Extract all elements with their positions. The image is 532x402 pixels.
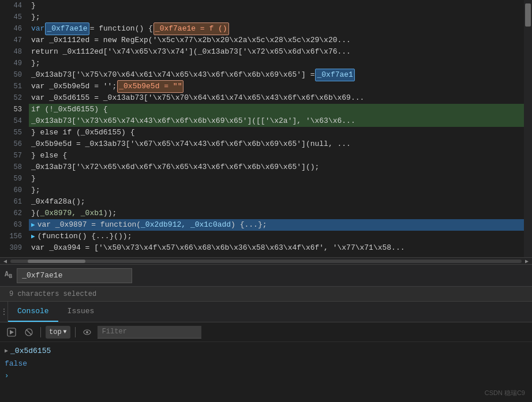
code-line-57: } else { xyxy=(29,150,524,161)
code-line-52: var _0x5d6155 = _0x13ab73['\x75\x70\x64\… xyxy=(29,92,524,104)
line-number-58: 58 xyxy=(5,161,22,173)
console-val-false: false xyxy=(5,359,27,368)
toolbar-divider-2 xyxy=(75,327,76,337)
filter-input[interactable] xyxy=(98,326,201,339)
line-number-50: 50 xyxy=(5,69,22,81)
tab-issues[interactable]: Issues xyxy=(58,302,104,322)
line-number-60: 60 xyxy=(5,185,22,196)
code-line-63: ▶ var _0x9897 = function(_0x2db912, _0x1… xyxy=(29,219,524,231)
horizontal-scrollbar[interactable]: ◀ ▶ xyxy=(0,257,532,264)
code-line-48: return _0x1112ed['\x74\x65\x73\x74'](_0x… xyxy=(29,46,524,58)
line-number-309: 309 xyxy=(5,242,22,254)
code-line-54: _0x13ab73['\x73\x65\x74\x43\x6f\x6f\x6b\… xyxy=(29,115,524,127)
line-number-62: 62 xyxy=(5,208,22,219)
line-number-45: 45 xyxy=(5,12,22,23)
line-number-63: 63 xyxy=(5,219,22,231)
console-output: ▶ _0x5d6155 false › xyxy=(0,342,532,402)
line-number-156: 156 xyxy=(5,231,22,242)
panel-toggle-btn[interactable]: ⋮ xyxy=(0,302,8,322)
arrow-156[interactable]: ▶ xyxy=(31,231,35,242)
code-line-59: } xyxy=(29,173,524,185)
line-number-46: 46 xyxy=(5,23,22,35)
code-line-156: ▶ (function() {...}()); xyxy=(29,231,524,242)
code-line-309: var _0xa994 = ['\x50\x73\x4f\x57\x66\x68… xyxy=(29,242,524,254)
code-line-45: }; xyxy=(29,12,524,23)
code-line-47: var _0x1112ed = new RegExp('\x5c\x77\x2b… xyxy=(29,35,524,46)
console-panel: ⋮ Console Issues xyxy=(0,301,532,402)
code-line-61: _0x4fa28a(); xyxy=(29,196,524,208)
line-number-55: 55 xyxy=(5,127,22,138)
code-line-46: var _0xf7ae1e = function() { _0xf7ae1e =… xyxy=(29,23,524,35)
ab-icon: AB xyxy=(5,270,12,280)
code-line-44: } xyxy=(29,0,524,12)
level-label: top xyxy=(49,328,62,336)
code-line-53: if (!_0x5d6155) { xyxy=(29,104,524,115)
console-toolbar: top ▼ xyxy=(0,322,532,342)
prompt-icon: › xyxy=(5,372,9,380)
code-editor: 4445464748495051525354555657585960616263… xyxy=(0,0,532,257)
scroll-right-btn[interactable]: ▶ xyxy=(523,258,531,265)
line-number-61: 61 xyxy=(5,196,22,208)
line-number-44: 44 xyxy=(5,0,22,12)
code-line-60: }; xyxy=(29,185,524,196)
svg-point-5 xyxy=(86,331,88,333)
execute-script-icon[interactable] xyxy=(5,325,18,339)
line-number-49: 49 xyxy=(5,58,22,69)
console-tabs-bar: ⋮ Console Issues xyxy=(0,302,532,322)
watermark: CSDN 稳瑞C9 xyxy=(485,389,525,397)
tab-console[interactable]: Console xyxy=(8,302,58,322)
line-numbers: 4445464748495051525354555657585960616263… xyxy=(0,0,29,257)
level-dropdown[interactable]: top ▼ xyxy=(46,326,70,339)
code-line-56: _0x5b9e5d = _0x13ab73['\x67\x65\x74\x43\… xyxy=(29,138,524,150)
line-number-59: 59 xyxy=(5,173,22,185)
code-line-50: _0x13ab73['\x75\x70\x64\x61\x74\x65\x43\… xyxy=(29,69,524,81)
svg-marker-1 xyxy=(10,330,14,335)
h-scroll-thumb xyxy=(28,260,85,263)
eye-icon-btn[interactable] xyxy=(80,325,94,339)
search-input[interactable] xyxy=(17,268,132,283)
selection-info-bar: 9 characters selected xyxy=(0,286,532,301)
scroll-left-btn[interactable]: ◀ xyxy=(1,258,9,265)
expand-arrow-1[interactable]: ▶ xyxy=(5,347,8,354)
code-line-62: }(_0x8979, _0xb1)); xyxy=(29,208,524,219)
code-content[interactable]: } }; var _0xf7ae1e = function() { _0xf7a… xyxy=(29,0,524,257)
console-prompt-line: › xyxy=(0,370,532,382)
line-number-48: 48 xyxy=(5,46,22,58)
level-arrow-icon: ▼ xyxy=(63,329,67,335)
code-line-49: }; xyxy=(29,58,524,69)
toolbar-divider xyxy=(40,327,41,337)
code-line-51: var _0x5b9e5d = ''; _0x5b9e5d = "" xyxy=(29,81,524,92)
console-line-2: false xyxy=(0,357,532,370)
line-number-57: 57 xyxy=(5,150,22,161)
svg-line-3 xyxy=(27,330,31,335)
search-bar: AB xyxy=(0,264,532,286)
line-number-52: 52 xyxy=(5,92,22,104)
line-number-51: 51 xyxy=(5,81,22,92)
code-line-55: } else if (_0x5d6155) { xyxy=(29,127,524,138)
code-line-58: _0x13ab73['\x72\x65\x6d\x6f\x76\x65\x43\… xyxy=(29,161,524,173)
arrow-63[interactable]: ▶ xyxy=(31,219,35,231)
selection-info-text: 9 characters selected xyxy=(9,290,96,298)
line-number-47: 47 xyxy=(5,35,22,46)
console-line-1: ▶ _0x5d6155 xyxy=(0,344,532,357)
vertical-scrollbar[interactable] xyxy=(524,0,532,257)
line-number-56: 56 xyxy=(5,138,22,150)
clear-console-icon[interactable] xyxy=(22,325,36,339)
line-number-54: 54 xyxy=(5,115,22,127)
console-var-1: _0x5d6155 xyxy=(10,347,51,355)
line-number-53: 53 xyxy=(5,104,22,115)
